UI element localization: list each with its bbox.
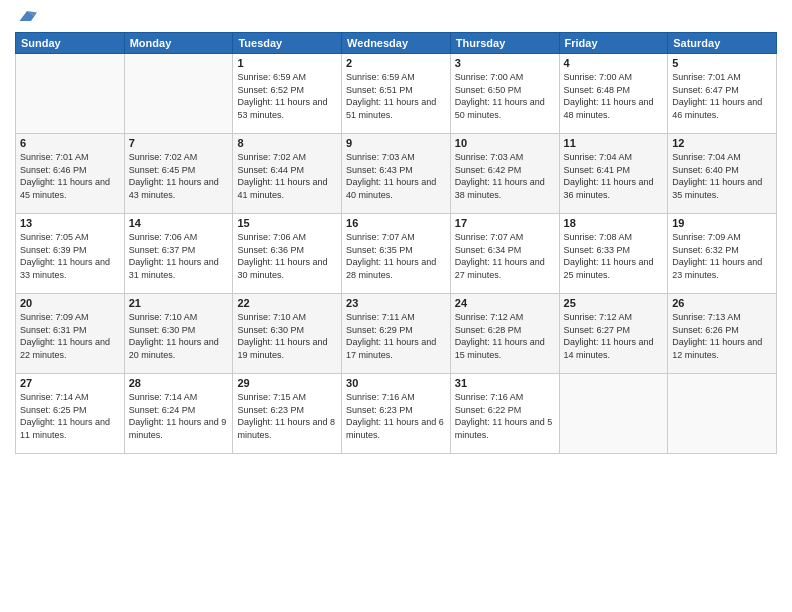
day-info: Sunrise: 7:16 AMSunset: 6:22 PMDaylight:… [455,391,555,441]
calendar-cell: 29Sunrise: 7:15 AMSunset: 6:23 PMDayligh… [233,374,342,454]
day-number: 7 [129,137,229,149]
calendar-page: SundayMondayTuesdayWednesdayThursdayFrid… [0,0,792,612]
day-number: 1 [237,57,337,69]
logo [15,10,37,26]
day-info: Sunrise: 7:09 AMSunset: 6:31 PMDaylight:… [20,311,120,361]
day-info: Sunrise: 7:15 AMSunset: 6:23 PMDaylight:… [237,391,337,441]
day-info: Sunrise: 7:03 AMSunset: 6:42 PMDaylight:… [455,151,555,201]
day-info: Sunrise: 7:04 AMSunset: 6:41 PMDaylight:… [564,151,664,201]
calendar-table: SundayMondayTuesdayWednesdayThursdayFrid… [15,32,777,454]
week-row-2: 6Sunrise: 7:01 AMSunset: 6:46 PMDaylight… [16,134,777,214]
calendar-cell: 10Sunrise: 7:03 AMSunset: 6:42 PMDayligh… [450,134,559,214]
weekday-header-friday: Friday [559,33,668,54]
day-info: Sunrise: 7:10 AMSunset: 6:30 PMDaylight:… [129,311,229,361]
day-info: Sunrise: 7:06 AMSunset: 6:37 PMDaylight:… [129,231,229,281]
calendar-cell: 30Sunrise: 7:16 AMSunset: 6:23 PMDayligh… [342,374,451,454]
day-number: 8 [237,137,337,149]
weekday-header-thursday: Thursday [450,33,559,54]
day-info: Sunrise: 7:00 AMSunset: 6:50 PMDaylight:… [455,71,555,121]
day-number: 19 [672,217,772,229]
weekday-header-tuesday: Tuesday [233,33,342,54]
day-info: Sunrise: 7:06 AMSunset: 6:36 PMDaylight:… [237,231,337,281]
calendar-cell: 28Sunrise: 7:14 AMSunset: 6:24 PMDayligh… [124,374,233,454]
day-number: 18 [564,217,664,229]
calendar-cell: 7Sunrise: 7:02 AMSunset: 6:45 PMDaylight… [124,134,233,214]
day-number: 28 [129,377,229,389]
day-number: 31 [455,377,555,389]
day-number: 2 [346,57,446,69]
day-number: 25 [564,297,664,309]
day-number: 9 [346,137,446,149]
calendar-cell: 2Sunrise: 6:59 AMSunset: 6:51 PMDaylight… [342,54,451,134]
day-info: Sunrise: 7:05 AMSunset: 6:39 PMDaylight:… [20,231,120,281]
calendar-cell: 31Sunrise: 7:16 AMSunset: 6:22 PMDayligh… [450,374,559,454]
day-number: 4 [564,57,664,69]
day-info: Sunrise: 7:01 AMSunset: 6:47 PMDaylight:… [672,71,772,121]
weekday-header-saturday: Saturday [668,33,777,54]
day-number: 16 [346,217,446,229]
day-number: 17 [455,217,555,229]
calendar-cell: 12Sunrise: 7:04 AMSunset: 6:40 PMDayligh… [668,134,777,214]
calendar-cell: 22Sunrise: 7:10 AMSunset: 6:30 PMDayligh… [233,294,342,374]
calendar-cell [559,374,668,454]
calendar-cell [16,54,125,134]
calendar-cell: 23Sunrise: 7:11 AMSunset: 6:29 PMDayligh… [342,294,451,374]
weekday-header-wednesday: Wednesday [342,33,451,54]
week-row-3: 13Sunrise: 7:05 AMSunset: 6:39 PMDayligh… [16,214,777,294]
day-info: Sunrise: 7:12 AMSunset: 6:27 PMDaylight:… [564,311,664,361]
weekday-header-sunday: Sunday [16,33,125,54]
week-row-5: 27Sunrise: 7:14 AMSunset: 6:25 PMDayligh… [16,374,777,454]
logo-icon [17,6,37,26]
calendar-cell: 25Sunrise: 7:12 AMSunset: 6:27 PMDayligh… [559,294,668,374]
weekday-header-row: SundayMondayTuesdayWednesdayThursdayFrid… [16,33,777,54]
calendar-cell: 1Sunrise: 6:59 AMSunset: 6:52 PMDaylight… [233,54,342,134]
page-header [15,10,777,26]
day-info: Sunrise: 7:10 AMSunset: 6:30 PMDaylight:… [237,311,337,361]
day-number: 10 [455,137,555,149]
calendar-cell: 9Sunrise: 7:03 AMSunset: 6:43 PMDaylight… [342,134,451,214]
day-info: Sunrise: 7:14 AMSunset: 6:25 PMDaylight:… [20,391,120,441]
day-number: 22 [237,297,337,309]
day-info: Sunrise: 7:02 AMSunset: 6:44 PMDaylight:… [237,151,337,201]
day-info: Sunrise: 7:07 AMSunset: 6:34 PMDaylight:… [455,231,555,281]
calendar-cell: 26Sunrise: 7:13 AMSunset: 6:26 PMDayligh… [668,294,777,374]
day-number: 21 [129,297,229,309]
calendar-cell: 14Sunrise: 7:06 AMSunset: 6:37 PMDayligh… [124,214,233,294]
day-number: 13 [20,217,120,229]
day-number: 29 [237,377,337,389]
day-info: Sunrise: 7:12 AMSunset: 6:28 PMDaylight:… [455,311,555,361]
day-info: Sunrise: 7:08 AMSunset: 6:33 PMDaylight:… [564,231,664,281]
day-number: 26 [672,297,772,309]
day-info: Sunrise: 6:59 AMSunset: 6:52 PMDaylight:… [237,71,337,121]
calendar-cell: 16Sunrise: 7:07 AMSunset: 6:35 PMDayligh… [342,214,451,294]
day-info: Sunrise: 7:14 AMSunset: 6:24 PMDaylight:… [129,391,229,441]
day-number: 6 [20,137,120,149]
day-info: Sunrise: 7:16 AMSunset: 6:23 PMDaylight:… [346,391,446,441]
day-number: 3 [455,57,555,69]
day-info: Sunrise: 7:13 AMSunset: 6:26 PMDaylight:… [672,311,772,361]
day-info: Sunrise: 7:02 AMSunset: 6:45 PMDaylight:… [129,151,229,201]
calendar-cell [668,374,777,454]
calendar-cell: 5Sunrise: 7:01 AMSunset: 6:47 PMDaylight… [668,54,777,134]
day-info: Sunrise: 7:07 AMSunset: 6:35 PMDaylight:… [346,231,446,281]
calendar-cell: 4Sunrise: 7:00 AMSunset: 6:48 PMDaylight… [559,54,668,134]
day-number: 5 [672,57,772,69]
calendar-cell: 3Sunrise: 7:00 AMSunset: 6:50 PMDaylight… [450,54,559,134]
day-info: Sunrise: 7:04 AMSunset: 6:40 PMDaylight:… [672,151,772,201]
day-info: Sunrise: 7:09 AMSunset: 6:32 PMDaylight:… [672,231,772,281]
day-number: 24 [455,297,555,309]
calendar-cell: 13Sunrise: 7:05 AMSunset: 6:39 PMDayligh… [16,214,125,294]
day-info: Sunrise: 7:11 AMSunset: 6:29 PMDaylight:… [346,311,446,361]
calendar-cell [124,54,233,134]
calendar-cell: 18Sunrise: 7:08 AMSunset: 6:33 PMDayligh… [559,214,668,294]
day-number: 23 [346,297,446,309]
weekday-header-monday: Monday [124,33,233,54]
day-info: Sunrise: 7:03 AMSunset: 6:43 PMDaylight:… [346,151,446,201]
calendar-cell: 21Sunrise: 7:10 AMSunset: 6:30 PMDayligh… [124,294,233,374]
calendar-cell: 15Sunrise: 7:06 AMSunset: 6:36 PMDayligh… [233,214,342,294]
calendar-cell: 24Sunrise: 7:12 AMSunset: 6:28 PMDayligh… [450,294,559,374]
day-number: 11 [564,137,664,149]
day-info: Sunrise: 7:01 AMSunset: 6:46 PMDaylight:… [20,151,120,201]
calendar-cell: 27Sunrise: 7:14 AMSunset: 6:25 PMDayligh… [16,374,125,454]
day-number: 14 [129,217,229,229]
